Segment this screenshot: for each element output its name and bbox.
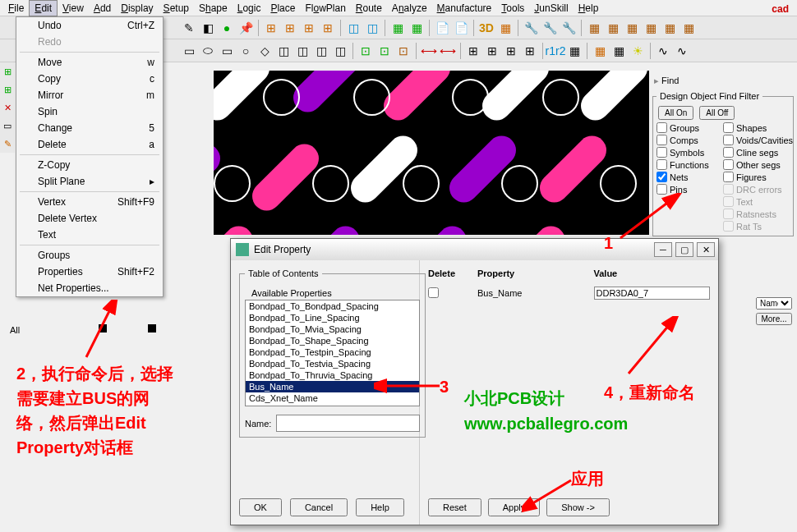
mi-net-properties[interactable]: Net Properties... xyxy=(16,280,163,296)
mi-move[interactable]: Movew xyxy=(16,54,163,71)
prop-item[interactable]: Bondpad_To_Mvia_Spacing xyxy=(246,323,419,335)
help-button[interactable]: Help xyxy=(356,498,404,516)
menu-tools[interactable]: Tools xyxy=(496,1,529,16)
tb-icon[interactable]: ⟷ xyxy=(421,43,437,59)
filter-comps[interactable]: Comps xyxy=(656,134,723,146)
tb-icon[interactable]: ⊞ xyxy=(282,20,298,36)
tb-icon[interactable]: ⊡ xyxy=(376,43,393,59)
tb-shape-icon[interactable]: ◫ xyxy=(332,43,348,59)
tb-icon[interactable]: ▦ xyxy=(586,20,602,36)
prop-item[interactable]: Bondpad_To_Bondpad_Spacing xyxy=(246,300,419,312)
ok-button[interactable]: OK xyxy=(239,498,282,516)
tb-icon[interactable]: ⊞ xyxy=(465,43,481,59)
all-off-button[interactable]: All Off xyxy=(699,106,735,120)
tb-shape-icon[interactable]: ○ xyxy=(237,43,254,59)
prop-item[interactable]: Bus_Name xyxy=(246,381,419,392)
left-icon[interactable]: ⊞ xyxy=(0,62,15,80)
filter-figures[interactable]: Figures xyxy=(723,171,790,183)
menu-shape[interactable]: Shape xyxy=(194,1,233,16)
left-icon[interactable]: ✎ xyxy=(0,135,15,153)
tb-shape-icon[interactable]: ▭ xyxy=(181,43,197,59)
tb-icon[interactable]: ⊞ xyxy=(503,43,519,59)
tb-icon[interactable]: ▦ xyxy=(661,20,678,36)
menu-place[interactable]: Place xyxy=(265,1,300,16)
mi-groups[interactable]: Groups xyxy=(16,247,163,264)
mi-undo[interactable]: UndoCtrl+Z xyxy=(16,17,163,34)
tb-shape-icon[interactable]: ◇ xyxy=(256,43,273,59)
tb-shape-icon[interactable]: ⬭ xyxy=(200,43,216,59)
tb-icon[interactable]: ▦ xyxy=(605,20,621,36)
menu-analyze[interactable]: Analyze xyxy=(387,1,432,16)
filter-pins[interactable]: Pins xyxy=(656,183,723,195)
tb-icon[interactable]: ▦ xyxy=(497,20,514,36)
menu-view[interactable]: View xyxy=(58,1,89,16)
color-swatch[interactable] xyxy=(148,324,156,332)
property-listbox[interactable]: Bondpad_To_Bondpad_SpacingBondpad_To_Lin… xyxy=(245,300,420,406)
color-swatch[interactable] xyxy=(99,324,107,332)
name-input[interactable] xyxy=(276,415,420,432)
maximize-button[interactable]: ▢ xyxy=(675,242,693,257)
prop-item[interactable]: Bondpad_To_Testpin_Spacing xyxy=(246,346,419,358)
more-button[interactable]: More... xyxy=(756,313,792,325)
cancel-button[interactable]: Cancel xyxy=(290,498,348,516)
tb-icon[interactable]: ⟷ xyxy=(440,43,456,59)
mi-vertex[interactable]: VertexShift+F9 xyxy=(16,194,163,210)
prop-item[interactable]: Cds_Xnet_Name xyxy=(246,392,419,404)
mi-mirror[interactable]: Mirrorm xyxy=(16,87,163,103)
minimize-button[interactable]: ─ xyxy=(654,242,672,257)
prop-item[interactable]: Bondpad_To_Thruvia_Spacing xyxy=(246,369,419,381)
menu-route[interactable]: Route xyxy=(351,1,387,16)
mi-text[interactable]: Text xyxy=(16,227,163,243)
tb-icon[interactable]: 🔧 xyxy=(523,20,539,36)
tb-3d-icon[interactable]: 3D xyxy=(478,20,495,36)
tb-icon[interactable]: r1r2 xyxy=(547,43,564,59)
menu-setup[interactable]: Setup xyxy=(159,1,194,16)
tb-icon[interactable]: ▦ xyxy=(680,20,697,36)
tb-icon[interactable]: ◧ xyxy=(200,20,216,36)
mi-zcopy[interactable]: Z-Copy xyxy=(16,157,163,173)
tb-icon[interactable]: ▦ xyxy=(566,43,583,59)
filter-voids-cavities[interactable]: Voids/Cavities xyxy=(723,134,790,146)
tb-icon[interactable]: ☀ xyxy=(629,43,646,59)
menu-help[interactable]: Help xyxy=(574,1,604,16)
mi-properties[interactable]: PropertiesShift+F2 xyxy=(16,264,163,280)
tb-icon[interactable]: ▦ xyxy=(389,20,406,36)
tb-icon[interactable]: ⊞ xyxy=(263,20,279,36)
pcb-canvas[interactable] xyxy=(214,71,649,235)
tb-icon[interactable]: ⊞ xyxy=(484,43,500,59)
tb-icon[interactable]: ▦ xyxy=(643,20,659,36)
menu-edit[interactable]: Edit xyxy=(29,0,58,16)
tb-icon[interactable]: ⊡ xyxy=(395,43,412,59)
tb-icon[interactable]: ⊞ xyxy=(301,20,317,36)
reset-button[interactable]: Reset xyxy=(428,498,481,516)
menu-flowplan[interactable]: FlowPlan xyxy=(300,1,350,16)
filter-functions[interactable]: Functions xyxy=(656,158,723,171)
filter-other-segs[interactable]: Other segs xyxy=(723,158,790,171)
all-on-button[interactable]: All On xyxy=(658,106,693,120)
menu-display[interactable]: Display xyxy=(116,1,158,16)
left-icon[interactable]: ⊞ xyxy=(0,80,15,99)
menu-manufacture[interactable]: Manufacture xyxy=(432,1,497,16)
tb-icon[interactable]: ▦ xyxy=(592,43,608,59)
delete-checkbox[interactable] xyxy=(428,287,439,298)
name-select[interactable]: Name xyxy=(756,297,792,310)
menu-logic[interactable]: Logic xyxy=(233,1,266,16)
filter-nets[interactable]: Nets xyxy=(656,171,723,183)
mi-delete-vertex[interactable]: Delete Vertex xyxy=(16,210,163,227)
left-icon[interactable]: ▭ xyxy=(0,117,15,135)
tb-shape-icon[interactable]: ◫ xyxy=(275,43,292,59)
filter-symbols[interactable]: Symbols xyxy=(656,146,723,158)
mi-spin[interactable]: Spin xyxy=(16,103,163,120)
value-input[interactable] xyxy=(594,287,711,300)
mi-split-plane[interactable]: Split Plane▸ xyxy=(16,173,163,190)
tb-icon[interactable]: 📄 xyxy=(453,20,469,36)
mi-copy[interactable]: Copyc xyxy=(16,71,163,87)
mi-change[interactable]: Change5 xyxy=(16,120,163,136)
tb-icon[interactable]: 🔧 xyxy=(541,20,558,36)
tb-shape-icon[interactable]: ▭ xyxy=(219,43,235,59)
filter-groups[interactable]: Groups xyxy=(656,122,723,134)
menu-file[interactable]: File xyxy=(3,1,29,16)
prop-item[interactable]: Bondpad_To_Shape_Spacing xyxy=(246,335,419,346)
tb-icon[interactable]: 📌 xyxy=(237,20,254,36)
prop-item[interactable]: Clk_2Out_Max xyxy=(246,404,419,406)
